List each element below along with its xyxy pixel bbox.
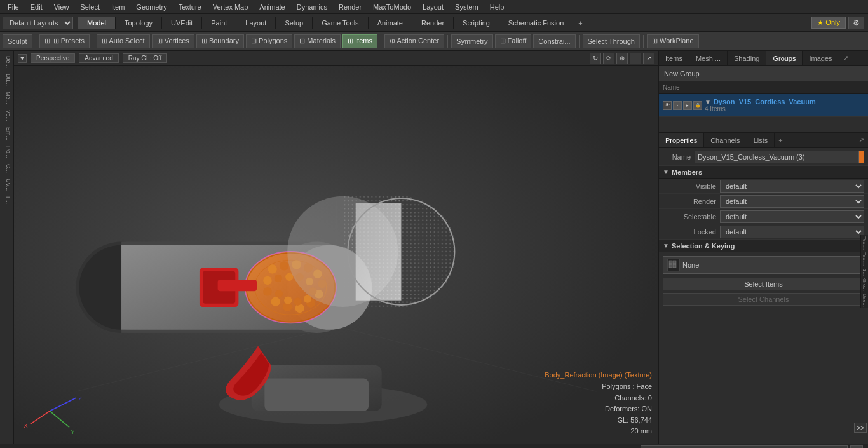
vp-icon-pan[interactable]: ⟳ [603,53,614,64]
props-tab-add[interactable]: + [775,135,786,146]
viewport-canvas[interactable]: Z Y X Body_Refraction (Image) (Texture) … [14,66,658,444]
menu-system[interactable]: System [450,2,484,12]
ray-gl-button[interactable]: Ray GL: Off [123,53,168,63]
presets-button[interactable]: ⊞ ⊞ Presets [39,34,90,48]
advanced-button[interactable]: Advanced [79,53,118,63]
menu-file[interactable]: File [3,2,24,12]
polygons-button[interactable]: ⊞ Polygons [246,34,292,48]
select-through-button[interactable]: Select Through [583,34,640,48]
visible-row: Visible default [659,179,868,194]
rp-tab-mesh[interactable]: Mesh ... [689,51,728,65]
members-arrow[interactable]: ▼ [663,168,669,175]
sk-arrow[interactable]: ▼ [663,242,669,249]
star-only-button[interactable]: ★ Only [811,17,846,29]
scroll-text-2[interactable]: Text... [860,251,868,267]
scroll-text-1[interactable]: Text... [860,235,868,251]
sculpt-button[interactable]: Sculpt [3,34,32,48]
tab-setup[interactable]: Setup [276,17,313,29]
scroll-text-5[interactable]: Use... [860,292,868,308]
layout-dropdown[interactable]: Default Layouts [3,17,73,29]
sidebar-tool-du[interactable]: Du... [1,71,13,88]
materials-button[interactable]: ⊞ Materials [294,34,341,48]
action-center-button[interactable]: ⊕ Action Center [384,34,444,48]
rp-tab-images[interactable]: Images [803,51,839,65]
tab-model[interactable]: Model [78,17,116,29]
boundary-button[interactable]: ⊞ Boundary [196,34,244,48]
tab-scripting[interactable]: Scripting [454,17,499,29]
props-expand[interactable]: ↗ [855,135,868,146]
tab-paint[interactable]: Paint [202,17,236,29]
tab-layout[interactable]: Layout [236,17,276,29]
tab-schematic[interactable]: Schematic Fusion [499,17,573,29]
props-tab-properties[interactable]: Properties [659,133,704,147]
menu-texture[interactable]: Texture [173,2,207,12]
menu-layout[interactable]: Layout [417,2,449,12]
menu-animate[interactable]: Animate [254,2,290,12]
sidebar-tool-f[interactable]: F... [1,194,13,207]
menu-edit[interactable]: Edit [25,2,48,12]
rp-expand-icon[interactable]: ↗ [839,53,853,64]
tab-add-icon[interactable]: + [573,17,587,29]
render-icon-1[interactable]: ▪ [673,101,682,110]
render-dropdown[interactable]: default [720,195,864,208]
auto-select-button[interactable]: ⊞ Auto Select [97,34,150,48]
menu-maxtomodo[interactable]: MaxToModo [368,2,416,12]
tab-gametools[interactable]: Game Tools [313,17,369,29]
menu-vertex-map[interactable]: Vertex Map [208,2,254,12]
vertices-button[interactable]: ⊞ Vertices [152,34,194,48]
layout-gear-button[interactable]: ⚙ [848,17,864,29]
command-execute-button[interactable]: ⊞ [850,445,863,449]
rp-tab-shading[interactable]: Shading [728,51,766,65]
rp-tab-items[interactable]: Items [659,51,689,65]
sidebar-tool-em[interactable]: Em... [1,125,13,143]
props-tab-lists[interactable]: Lists [747,133,775,147]
menu-geometry[interactable]: Geometry [131,2,172,12]
sidebar-tool-c[interactable]: C... [1,161,13,175]
menu-item[interactable]: Item [106,2,130,12]
menu-render[interactable]: Render [334,2,367,12]
scroll-text-3[interactable]: 1... [860,268,868,277]
perspective-button[interactable]: Perspective [31,53,75,63]
tab-topology[interactable]: Topology [116,17,162,29]
menu-view[interactable]: View [49,2,74,12]
select-items-button[interactable]: Select Items [663,278,864,290]
menu-dynamics[interactable]: Dynamics [292,2,332,12]
tab-uvedit[interactable]: UVEdit [162,17,202,29]
locked-dropdown[interactable]: default [720,226,864,238]
name-input[interactable] [695,151,859,163]
sidebar-tool-de[interactable]: De... [1,53,13,71]
viewport[interactable]: ▼ Perspective Advanced Ray GL: Off ↻ ⟳ ⊕… [14,51,658,444]
vp-icon-frame[interactable]: □ [630,53,641,64]
select-channels-button[interactable]: Select Channels [663,293,864,306]
tab-animate[interactable]: Animate [369,17,412,29]
sk-none-button[interactable]: None [663,256,864,274]
group-item-dyson[interactable]: 👁 ▪ ▸ 🔒 ▼ Dyson_V15_Cordless_Vacuum 4 It… [659,94,868,117]
constraints-button[interactable]: Constrai... [533,34,575,48]
menu-help[interactable]: Help [485,2,510,12]
falloff-button[interactable]: ⊞ Falloff [495,34,532,48]
vp-icon-rotate[interactable]: ↻ [590,53,601,64]
rp-tab-groups[interactable]: Groups [766,51,803,65]
workplane-button[interactable]: ⊞ WorkPlane [647,34,699,48]
selectable-dropdown[interactable]: default [720,210,864,223]
scroll-text-4[interactable]: Gro... [860,277,868,292]
menu-select[interactable]: Select [75,2,105,12]
visible-dropdown[interactable]: default [720,180,864,193]
vp-icon-zoom[interactable]: ⊕ [616,53,628,64]
props-scroll[interactable]: Name ▼ Members Visible default [659,148,868,322]
vp-icon-expand[interactable]: ↗ [643,53,654,64]
sidebar-tool-ve[interactable]: Ve... [1,107,13,124]
items-button[interactable]: ⊞ Items [342,34,377,48]
sidebar-tool-po[interactable]: Po... [1,144,13,161]
viewport-menu-icon[interactable]: ▼ [18,54,27,63]
panel-scroll-right[interactable]: >> [854,423,867,433]
sidebar-tool-uv[interactable]: UV... [1,176,13,193]
sidebar-tool-me[interactable]: Me... [1,89,13,107]
render-icon-2[interactable]: ▸ [683,101,692,110]
tab-render[interactable]: Render [412,17,454,29]
visibility-icon[interactable]: 👁 [663,101,672,110]
symmetry-button[interactable]: Symmetry [451,34,493,48]
props-tab-channels[interactable]: Channels [704,133,747,147]
lock-icon[interactable]: 🔒 [693,101,702,110]
new-group-button[interactable]: New Group [659,66,868,81]
